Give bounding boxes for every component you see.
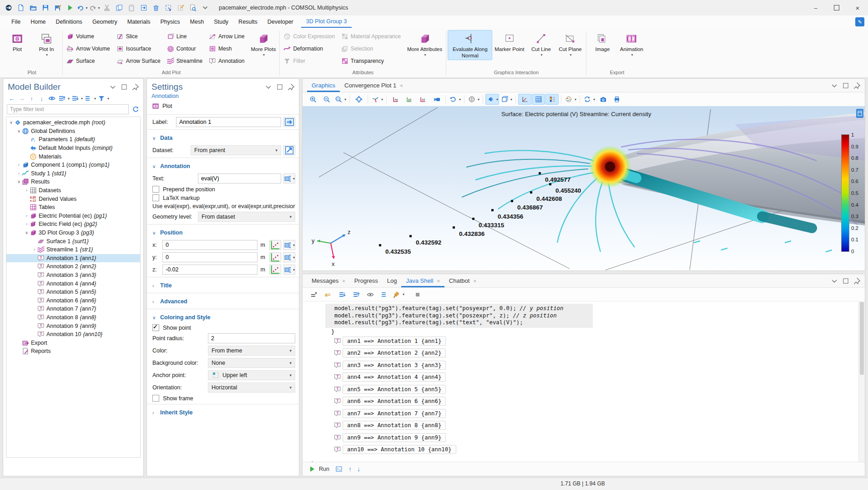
paste-button[interactable] bbox=[126, 2, 137, 14]
java-shell-content[interactable]: model.result("pg3").feature(tag).set("po… bbox=[303, 301, 859, 462]
geometry-level-combo[interactable]: From dataset▾ bbox=[198, 212, 295, 222]
tab-log[interactable]: Log bbox=[383, 274, 402, 287]
position-x-input[interactable] bbox=[162, 240, 257, 250]
close-tab-icon[interactable]: × bbox=[437, 278, 439, 284]
expression-menu-button[interactable]: ▾ bbox=[283, 265, 295, 275]
wrap-lines-button[interactable] bbox=[378, 289, 391, 300]
select-box-button[interactable] bbox=[162, 2, 174, 14]
point-radius-input[interactable] bbox=[208, 333, 295, 343]
new-file-button[interactable] bbox=[15, 2, 26, 14]
menu-home[interactable]: Home bbox=[25, 16, 50, 28]
tab-graphics[interactable]: Graphics bbox=[307, 79, 340, 92]
copy-button[interactable] bbox=[113, 2, 125, 14]
dataset-combo[interactable]: From parent▾ bbox=[191, 145, 281, 155]
position-y-input[interactable] bbox=[162, 252, 257, 262]
tree-node-annotation-10[interactable]: TAnnotation 10{ann10} bbox=[6, 330, 140, 339]
menu-file[interactable]: File bbox=[6, 16, 25, 28]
background-color-combo[interactable]: None▾ bbox=[208, 358, 295, 368]
tab-messages[interactable]: Messages× bbox=[307, 274, 350, 287]
tree-node-annotation-4[interactable]: TAnnotation 4{ann4} bbox=[6, 279, 140, 288]
tree-node-datasets[interactable]: ›Datasets bbox=[6, 186, 140, 195]
plot-settings-button[interactable]: ▾ bbox=[467, 94, 480, 105]
maximize-button[interactable] bbox=[826, 0, 847, 15]
move-down-icon[interactable]: ↓ bbox=[37, 94, 46, 102]
range-button[interactable] bbox=[269, 240, 281, 250]
tree-node-streamline-1[interactable]: ›Streamline 1{str1} bbox=[6, 245, 140, 254]
transparency-button[interactable]: Transparency bbox=[339, 55, 403, 67]
caret-down-small-icon[interactable] bbox=[264, 83, 273, 91]
surface-button[interactable]: Surface bbox=[64, 55, 112, 67]
indent-more-button[interactable] bbox=[335, 289, 348, 300]
zoom-extents-button[interactable] bbox=[352, 94, 365, 105]
evaluate-along-normal-button[interactable]: Evaluate Along Normal bbox=[448, 30, 492, 60]
show-legend-button[interactable] bbox=[545, 94, 559, 105]
orientation-combo[interactable]: Horizontal▾ bbox=[208, 383, 295, 393]
expand-icon[interactable] bbox=[70, 94, 80, 102]
refresh-icon[interactable] bbox=[131, 105, 140, 113]
scene-light-button[interactable]: ▾ bbox=[485, 94, 499, 105]
menu-developer[interactable]: Developer bbox=[262, 16, 298, 28]
color-expression-button[interactable]: Color Expression bbox=[281, 30, 337, 42]
tree-node-annotation-3[interactable]: TAnnotation 3{ann3} bbox=[6, 271, 140, 280]
shell-scrollbar[interactable] bbox=[858, 301, 865, 462]
anchor-point-combo[interactable]: Upper left▾ bbox=[208, 370, 295, 380]
section-coloring-style[interactable]: ∨Coloring and Style bbox=[152, 311, 295, 322]
tab-convergence-plot-1[interactable]: Convergence Plot 1× bbox=[340, 79, 408, 92]
save-as-button[interactable] bbox=[52, 2, 63, 14]
console-icon[interactable] bbox=[335, 465, 343, 473]
tree-node-surface-1[interactable]: Surface 1{surf1} bbox=[6, 237, 140, 245]
history-up-button[interactable]: ↑ bbox=[348, 465, 352, 473]
undo-button[interactable]: ▾ bbox=[76, 2, 88, 14]
floating-panel-icon[interactable] bbox=[856, 109, 863, 118]
history-down-button[interactable]: ↓ bbox=[357, 465, 360, 473]
redo-button[interactable]: ▾ bbox=[89, 2, 100, 14]
environment-button[interactable]: ▾ bbox=[500, 94, 513, 105]
close-tab-icon[interactable]: × bbox=[400, 83, 403, 88]
close-tab-icon[interactable]: × bbox=[342, 278, 345, 284]
tree-node-reports[interactable]: Reports bbox=[6, 347, 140, 356]
pin-icon[interactable] bbox=[853, 277, 861, 285]
selection-button[interactable]: Selection bbox=[339, 42, 403, 55]
minimize-button[interactable]: – bbox=[805, 0, 826, 15]
back-icon[interactable]: ← bbox=[7, 94, 16, 102]
position-z-input[interactable] bbox=[162, 265, 257, 275]
color-combo[interactable]: From theme▾ bbox=[208, 346, 295, 356]
mesh-button[interactable]: Mesh bbox=[207, 42, 247, 55]
slice-button[interactable]: Slice bbox=[114, 30, 163, 42]
section-advanced[interactable]: ›Advanced bbox=[152, 296, 295, 306]
menu-physics[interactable]: Physics bbox=[155, 16, 185, 28]
menu-definitions[interactable]: Definitions bbox=[51, 16, 87, 28]
duplicate-button[interactable] bbox=[138, 2, 149, 14]
menu-study[interactable]: Study bbox=[209, 16, 233, 28]
caret-down-small-icon[interactable] bbox=[109, 83, 117, 91]
more-attributes-button[interactable]: More Attributes▾ bbox=[405, 30, 444, 58]
color-theme-button[interactable]: ▾ bbox=[564, 94, 577, 105]
tab-chatbot[interactable]: Chatbot× bbox=[444, 274, 481, 287]
section-position[interactable]: ∨Position bbox=[152, 227, 295, 238]
arrow-surface-button[interactable]: Arrow Surface bbox=[114, 55, 163, 67]
run-button[interactable] bbox=[64, 2, 76, 14]
clear-button[interactable]: ▾ bbox=[392, 289, 405, 300]
caret-down-small-icon[interactable] bbox=[830, 277, 838, 285]
range-button[interactable] bbox=[269, 265, 281, 275]
print-button[interactable] bbox=[610, 94, 623, 105]
float-panel-icon[interactable] bbox=[842, 82, 850, 90]
save-button[interactable] bbox=[40, 2, 51, 14]
pin-icon[interactable] bbox=[287, 83, 295, 91]
show-point-checkbox[interactable]: Show point bbox=[152, 324, 295, 331]
show-axis-button[interactable] bbox=[518, 94, 531, 105]
float-panel-icon[interactable] bbox=[120, 83, 128, 91]
graphics-viewport[interactable]: Surface: Electric potential (V) Streamli… bbox=[303, 106, 865, 271]
range-button[interactable] bbox=[269, 252, 281, 262]
stop-button[interactable] bbox=[411, 289, 424, 300]
line-button[interactable]: Line bbox=[165, 30, 205, 42]
collapse-icon[interactable] bbox=[57, 94, 66, 102]
indent-less-button[interactable] bbox=[349, 289, 363, 300]
node-text-icon[interactable] bbox=[83, 94, 93, 102]
forward-icon[interactable]: → bbox=[17, 94, 26, 102]
tree-node-parameters-1[interactable]: PiParameters 1{default} bbox=[6, 135, 140, 144]
float-panel-icon[interactable] bbox=[276, 83, 284, 91]
arrow-volume-button[interactable]: Arrow Volume bbox=[64, 42, 112, 55]
menu-geometry[interactable]: Geometry bbox=[87, 16, 122, 28]
tab-java-shell[interactable]: Java Shell× bbox=[401, 274, 444, 287]
